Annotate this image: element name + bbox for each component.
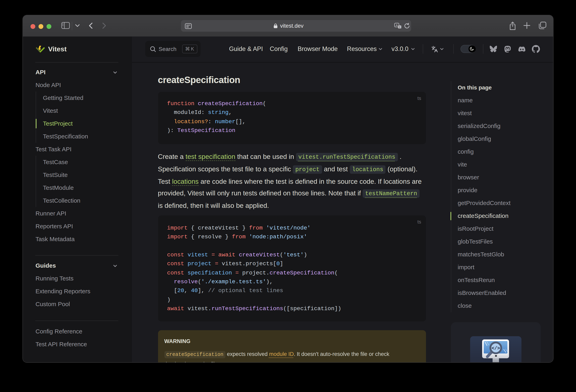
svg-text:</>: </> xyxy=(491,346,500,351)
svg-text:文: 文 xyxy=(399,26,401,28)
svg-text:A: A xyxy=(396,24,398,27)
